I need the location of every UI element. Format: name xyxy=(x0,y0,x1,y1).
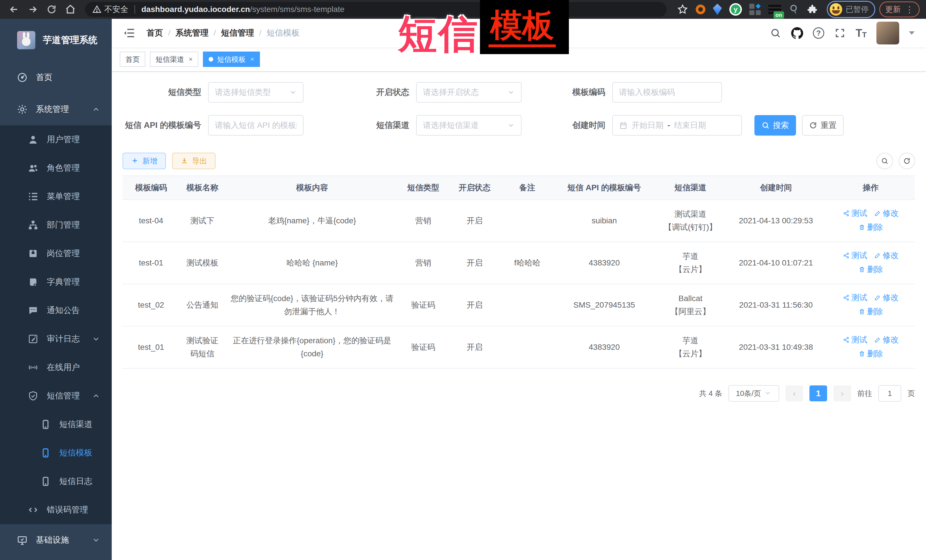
monitor-icon xyxy=(17,534,28,546)
sidebar-item-sms-management[interactable]: 短信管理 xyxy=(0,382,112,410)
column-header: 创建时间 xyxy=(725,176,826,200)
action-label: 修改 xyxy=(883,291,899,304)
action-edit-link[interactable]: 修改 xyxy=(874,333,899,346)
goto-page-input[interactable] xyxy=(878,385,901,402)
extension-on-badge: on xyxy=(773,11,784,18)
breadcrumb-item[interactable]: 短信管理 xyxy=(221,28,254,37)
sidebar-item-sms-log[interactable]: 短信日志 xyxy=(0,467,112,496)
extension-grid-icon[interactable] xyxy=(749,4,761,15)
action-label: 测试 xyxy=(851,207,867,220)
search-button[interactable]: 搜索 xyxy=(754,115,796,136)
edit-icon xyxy=(874,337,881,343)
extension-kite-icon[interactable] xyxy=(713,4,722,15)
status-select[interactable]: 请选择开启状态 xyxy=(416,82,522,103)
filter-row-1: 短信类型 请选择短信类型 开启状态 请选择开启状态 模板编码 xyxy=(123,82,915,115)
sidebar-item-audit-log[interactable]: 审计日志 xyxy=(0,325,112,353)
action-delete-link[interactable]: 删除 xyxy=(858,221,883,234)
phone-icon xyxy=(40,419,51,430)
extension-donut-icon[interactable] xyxy=(696,5,705,14)
action-test-link[interactable]: 测试 xyxy=(843,333,867,346)
update-label: 更新 xyxy=(885,4,901,15)
breadcrumb-item[interactable]: 系统管理 xyxy=(176,28,209,37)
api-template-id-input[interactable]: 请输入短信 API 的模板编 xyxy=(208,115,304,136)
export-button[interactable]: 导出 xyxy=(172,152,215,169)
page-size-select[interactable]: 10条/页 xyxy=(728,385,779,402)
sidebar-item-infrastructure[interactable]: 基础设施 xyxy=(0,524,112,556)
help-icon[interactable] xyxy=(813,27,824,39)
home-icon[interactable] xyxy=(64,3,77,16)
sidebar-item-notice-announcement[interactable]: 通知公告 xyxy=(0,296,112,325)
sidebar-item-online-users[interactable]: 在线用户 xyxy=(0,353,112,382)
sidebar-item-post-management[interactable]: 岗位管理 xyxy=(0,239,112,268)
app-logo[interactable]: 芋道管理系统 xyxy=(0,19,112,62)
extension-list-icon[interactable]: on xyxy=(768,4,781,15)
address-bar[interactable]: 不安全 dashboard.yudao.iocoder.cn/system/sm… xyxy=(85,2,667,17)
create-time-range-picker[interactable]: 开始日期 - 结束日期 xyxy=(612,115,742,136)
browser-update-button[interactable]: 更新 ⋮ xyxy=(879,2,920,17)
forward-icon[interactable] xyxy=(26,3,39,16)
refresh-table-button[interactable] xyxy=(899,152,915,169)
search-icon[interactable] xyxy=(770,27,781,39)
browser-profile-chip[interactable]: 已暂停 xyxy=(827,1,875,18)
bookmark-star-icon[interactable] xyxy=(677,4,688,15)
security-label: 不安全 xyxy=(104,4,128,15)
reload-icon[interactable] xyxy=(45,3,58,16)
sidebar-item-sms-template[interactable]: 短信模板 xyxy=(0,439,112,467)
sms-type-select[interactable]: 请选择短信类型 xyxy=(208,82,304,103)
user-avatar[interactable] xyxy=(876,22,899,44)
column-header: 模板内容 xyxy=(225,176,399,200)
tag-sms-channel[interactable]: 短信渠道× xyxy=(150,51,198,67)
share-icon xyxy=(843,252,850,259)
cell-template-code: test_01 xyxy=(123,326,180,368)
reset-button[interactable]: 重置 xyxy=(802,115,844,136)
github-icon[interactable] xyxy=(791,27,803,39)
sidebar-item-dict-management[interactable]: 字典管理 xyxy=(0,268,112,296)
tag-sms-template[interactable]: 短信模板× xyxy=(203,51,260,67)
action-edit-link[interactable]: 修改 xyxy=(874,249,899,262)
next-page-button[interactable]: › xyxy=(834,385,851,402)
sidebar-item-user-management[interactable]: 用户管理 xyxy=(0,125,112,154)
table-toolbar: 新增 导出 xyxy=(123,152,915,169)
action-delete-link[interactable]: 删除 xyxy=(858,263,883,276)
action-edit-link[interactable]: 修改 xyxy=(874,207,899,220)
sidebar-item-label: 用户管理 xyxy=(47,134,80,145)
action-delete-link[interactable]: 删除 xyxy=(858,305,883,318)
chevron-down-icon xyxy=(92,536,100,544)
browser-menu-icon[interactable]: ⋮ xyxy=(905,5,914,15)
toggle-search-button[interactable] xyxy=(876,152,893,169)
action-test-link[interactable]: 测试 xyxy=(843,291,867,304)
sidebar-item-sms-channel[interactable]: 短信渠道 xyxy=(0,410,112,439)
action-label: 删除 xyxy=(867,305,883,318)
action-test-link[interactable]: 测试 xyxy=(843,207,867,220)
sidebar-item-role-management[interactable]: 角色管理 xyxy=(0,154,112,182)
sidebar-item-system-management[interactable]: 系统管理 xyxy=(0,94,112,125)
hamburger-icon[interactable] xyxy=(123,27,136,39)
profile-emoji-icon xyxy=(830,3,842,16)
cell-remark xyxy=(502,284,553,326)
sidebar-item-menu-management[interactable]: 菜单管理 xyxy=(0,182,112,211)
tags-view: 首页短信渠道×短信模板× xyxy=(112,47,926,72)
avatar-caret-icon[interactable] xyxy=(909,31,915,38)
action-test-link[interactable]: 测试 xyxy=(843,249,867,262)
extension-monocle-icon[interactable] xyxy=(788,4,799,15)
action-delete-link[interactable]: 删除 xyxy=(858,347,883,360)
extensions-puzzle-icon[interactable] xyxy=(807,4,818,15)
action-label: 修改 xyxy=(883,333,899,346)
tag-home[interactable]: 首页 xyxy=(120,51,145,67)
back-icon[interactable] xyxy=(8,3,21,16)
action-edit-link[interactable]: 修改 xyxy=(874,291,899,304)
font-size-icon[interactable] xyxy=(856,27,867,39)
sms-channel-select[interactable]: 请选择短信渠道 xyxy=(416,115,522,136)
template-code-input[interactable]: 请输入模板编码 xyxy=(612,82,722,103)
prev-page-button[interactable]: ‹ xyxy=(785,385,803,402)
breadcrumb-item[interactable]: 首页 xyxy=(147,28,163,37)
close-icon[interactable]: × xyxy=(189,55,193,63)
current-page-button[interactable]: 1 xyxy=(809,385,827,402)
add-button[interactable]: 新增 xyxy=(123,152,166,169)
sidebar-item-error-code-management[interactable]: 错误码管理 xyxy=(0,496,112,524)
fullscreen-icon[interactable] xyxy=(834,27,846,39)
close-icon[interactable]: × xyxy=(250,55,254,63)
extension-y-icon[interactable] xyxy=(729,3,742,16)
sidebar-item-home[interactable]: 首页 xyxy=(0,62,112,94)
sidebar-item-dept-management[interactable]: 部门管理 xyxy=(0,211,112,239)
